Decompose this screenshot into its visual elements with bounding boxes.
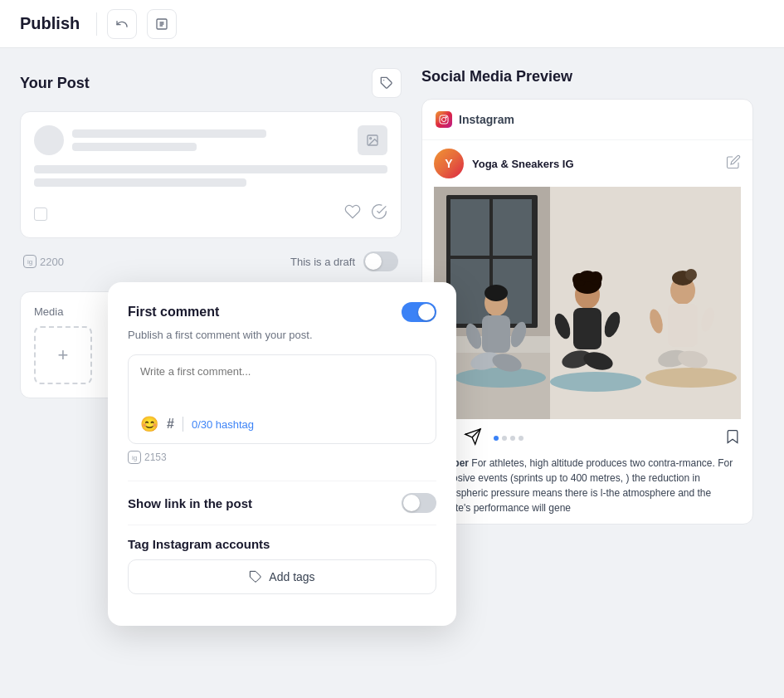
post-footer [34,197,387,224]
platform-name: Instagram [459,113,514,126]
svg-point-5 [442,118,446,122]
hashtag-count: 0/30 hashtag [192,418,254,431]
post-header [34,125,387,155]
ig-edit-button[interactable] [726,154,741,173]
send-icon[interactable] [464,427,482,449]
show-link-row: Show link in the post [128,481,436,525]
media-upload-button[interactable]: + [34,326,92,384]
heart-icon[interactable] [344,203,361,224]
dialog-title: First comment [128,305,219,320]
emoji-button[interactable]: 😊 [140,415,158,433]
toolbar-divider-v [183,417,183,432]
ig-caption: Cooper For athletes, high altitude produ… [434,456,741,515]
content-line-1 [34,165,387,173]
ig-profile: Y Yoga & Sneakers IG [434,149,574,178]
dot-3 [510,436,515,441]
social-preview-title: Social Media Preview [421,68,753,85]
post-image [422,187,752,419]
ig-avatar: Y [434,149,464,178]
tag-accounts-label: Tag Instagram accounts [128,537,270,551]
show-link-label: Show link in the post [128,496,252,510]
ig-caption-text: For athletes, high altitude produces two… [434,457,733,514]
svg-point-3 [370,138,372,139]
ig-count-value: 2153 [144,452,167,463]
dialog-description: Publish a first comment with your post. [128,329,436,341]
post-line-1 [72,129,266,138]
toolbar: Publish [0,0,784,48]
ig-actions-row [434,427,741,449]
your-post-section: Your Post [20,68,402,98]
svg-rect-43 [434,187,741,419]
share-button[interactable] [147,9,177,39]
your-post-title: Your Post [20,75,90,92]
ig-icon-dialog: ig [128,451,141,464]
preview-card: Instagram Y Yoga & Sneakers IG [421,99,753,525]
tag-accounts-section: Tag Instagram accounts Add tags [128,525,436,606]
dot-1 [494,436,499,441]
post-content [34,165,387,187]
carousel-dots [494,436,523,441]
draft-row: ig 2200 This is a draft [20,245,402,278]
preview-header: Instagram [422,100,752,140]
check-circle-icon[interactable] [371,203,387,224]
show-link-toggle[interactable] [402,493,436,513]
dot-2 [502,436,507,441]
comment-textarea[interactable] [140,365,424,405]
hashtag-button[interactable]: # [167,417,174,432]
avatar [34,125,64,155]
bookmark-icon[interactable] [724,428,741,449]
first-comment-toggle[interactable] [402,302,436,322]
add-tags-button[interactable]: Add tags [128,559,436,594]
svg-point-6 [446,117,447,119]
instagram-icon-small: ig [23,255,37,268]
post-lines [72,129,349,151]
post-image-icon [358,125,387,155]
first-comment-dialog: First comment Publish a first comment wi… [108,282,456,626]
post-checkbox[interactable] [34,207,47,221]
dialog-header-row: First comment [128,302,436,322]
toggle-knob [365,253,382,270]
dot-4 [519,436,523,441]
draft-label: This is a draft [290,256,355,268]
right-panel: Social Media Preview Instagram Y Yoga & … [421,68,753,678]
comment-toolbar: 😊 # 0/30 hashtag [140,408,424,433]
ig-username: Yoga & Sneakers IG [472,158,574,170]
plus-icon: + [58,344,69,366]
toolbar-divider [96,12,97,36]
comment-input-wrapper: 😊 # 0/30 hashtag [128,354,436,444]
show-link-toggle-knob [403,495,420,511]
post-card [20,111,402,238]
post-actions [344,203,387,224]
add-tags-label: Add tags [269,570,314,583]
ig-character-count: ig 2200 [23,255,64,268]
undo-button[interactable] [107,9,137,39]
page-title: Publish [20,14,80,33]
content-line-2 [34,178,246,187]
ig-post-bottom: Cooper For athletes, high altitude produ… [422,419,752,524]
ig-char-count-dialog: ig 2153 [128,451,436,464]
instagram-logo [436,111,452,128]
tag-button[interactable] [372,68,402,98]
ig-post-header: Y Yoga & Sneakers IG [422,140,752,187]
draft-toggle[interactable] [363,251,398,271]
post-line-2 [72,143,197,151]
toggle-knob-on [418,304,435,320]
